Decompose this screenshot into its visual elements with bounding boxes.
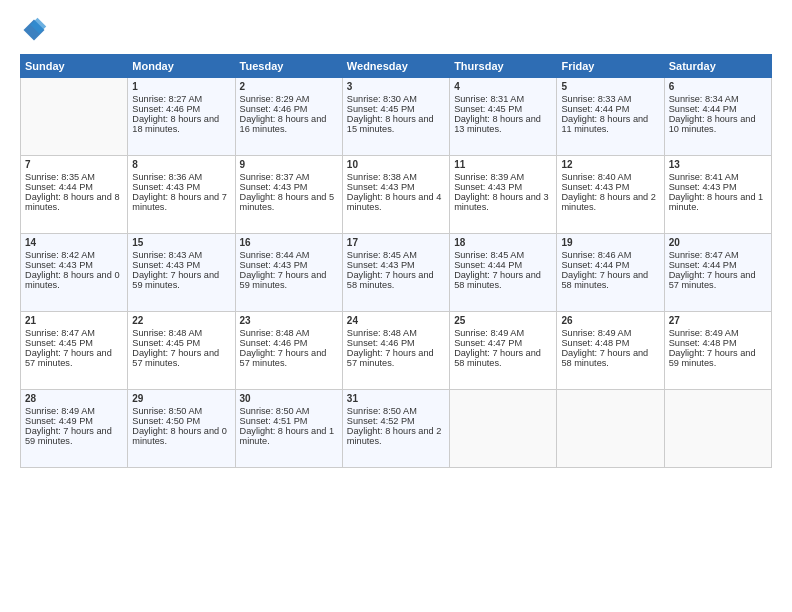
- cell-5-4: 31Sunrise: 8:50 AMSunset: 4:52 PMDayligh…: [342, 390, 449, 468]
- day-number: 2: [240, 81, 338, 92]
- cell-2-6: 12Sunrise: 8:40 AMSunset: 4:43 PMDayligh…: [557, 156, 664, 234]
- day-number: 4: [454, 81, 552, 92]
- day-number: 5: [561, 81, 659, 92]
- day-number: 20: [669, 237, 767, 248]
- col-header-monday: Monday: [128, 55, 235, 78]
- cell-1-2: 1Sunrise: 8:27 AMSunset: 4:46 PMDaylight…: [128, 78, 235, 156]
- day-number: 15: [132, 237, 230, 248]
- cell-3-4: 17Sunrise: 8:45 AMSunset: 4:43 PMDayligh…: [342, 234, 449, 312]
- cell-4-6: 26Sunrise: 8:49 AMSunset: 4:48 PMDayligh…: [557, 312, 664, 390]
- cell-4-3: 23Sunrise: 8:48 AMSunset: 4:46 PMDayligh…: [235, 312, 342, 390]
- cell-4-7: 27Sunrise: 8:49 AMSunset: 4:48 PMDayligh…: [664, 312, 771, 390]
- day-number: 31: [347, 393, 445, 404]
- day-number: 16: [240, 237, 338, 248]
- cell-3-1: 14Sunrise: 8:42 AMSunset: 4:43 PMDayligh…: [21, 234, 128, 312]
- day-number: 10: [347, 159, 445, 170]
- week-row-1: 1Sunrise: 8:27 AMSunset: 4:46 PMDaylight…: [21, 78, 772, 156]
- cell-4-4: 24Sunrise: 8:48 AMSunset: 4:46 PMDayligh…: [342, 312, 449, 390]
- calendar-page: SundayMondayTuesdayWednesdayThursdayFrid…: [0, 0, 792, 612]
- day-number: 28: [25, 393, 123, 404]
- logo-icon: [20, 16, 48, 44]
- col-header-friday: Friday: [557, 55, 664, 78]
- day-number: 9: [240, 159, 338, 170]
- day-number: 21: [25, 315, 123, 326]
- cell-2-4: 10Sunrise: 8:38 AMSunset: 4:43 PMDayligh…: [342, 156, 449, 234]
- col-header-thursday: Thursday: [450, 55, 557, 78]
- cell-1-7: 6Sunrise: 8:34 AMSunset: 4:44 PMDaylight…: [664, 78, 771, 156]
- day-number: 12: [561, 159, 659, 170]
- header: [20, 16, 772, 44]
- day-number: 17: [347, 237, 445, 248]
- cell-5-5: [450, 390, 557, 468]
- day-number: 11: [454, 159, 552, 170]
- cell-5-3: 30Sunrise: 8:50 AMSunset: 4:51 PMDayligh…: [235, 390, 342, 468]
- cell-2-5: 11Sunrise: 8:39 AMSunset: 4:43 PMDayligh…: [450, 156, 557, 234]
- week-row-3: 14Sunrise: 8:42 AMSunset: 4:43 PMDayligh…: [21, 234, 772, 312]
- cell-5-1: 28Sunrise: 8:49 AMSunset: 4:49 PMDayligh…: [21, 390, 128, 468]
- col-header-sunday: Sunday: [21, 55, 128, 78]
- day-number: 3: [347, 81, 445, 92]
- cell-3-3: 16Sunrise: 8:44 AMSunset: 4:43 PMDayligh…: [235, 234, 342, 312]
- cell-5-6: [557, 390, 664, 468]
- cell-3-7: 20Sunrise: 8:47 AMSunset: 4:44 PMDayligh…: [664, 234, 771, 312]
- col-header-wednesday: Wednesday: [342, 55, 449, 78]
- calendar-table: SundayMondayTuesdayWednesdayThursdayFrid…: [20, 54, 772, 468]
- cell-4-5: 25Sunrise: 8:49 AMSunset: 4:47 PMDayligh…: [450, 312, 557, 390]
- day-number: 6: [669, 81, 767, 92]
- day-number: 19: [561, 237, 659, 248]
- day-number: 23: [240, 315, 338, 326]
- day-number: 27: [669, 315, 767, 326]
- cell-2-2: 8Sunrise: 8:36 AMSunset: 4:43 PMDaylight…: [128, 156, 235, 234]
- cell-2-1: 7Sunrise: 8:35 AMSunset: 4:44 PMDaylight…: [21, 156, 128, 234]
- cell-3-6: 19Sunrise: 8:46 AMSunset: 4:44 PMDayligh…: [557, 234, 664, 312]
- logo: [20, 16, 52, 44]
- header-row: SundayMondayTuesdayWednesdayThursdayFrid…: [21, 55, 772, 78]
- day-number: 14: [25, 237, 123, 248]
- week-row-5: 28Sunrise: 8:49 AMSunset: 4:49 PMDayligh…: [21, 390, 772, 468]
- cell-4-2: 22Sunrise: 8:48 AMSunset: 4:45 PMDayligh…: [128, 312, 235, 390]
- day-number: 13: [669, 159, 767, 170]
- day-number: 26: [561, 315, 659, 326]
- col-header-saturday: Saturday: [664, 55, 771, 78]
- cell-2-3: 9Sunrise: 8:37 AMSunset: 4:43 PMDaylight…: [235, 156, 342, 234]
- cell-3-2: 15Sunrise: 8:43 AMSunset: 4:43 PMDayligh…: [128, 234, 235, 312]
- cell-1-3: 2Sunrise: 8:29 AMSunset: 4:46 PMDaylight…: [235, 78, 342, 156]
- cell-2-7: 13Sunrise: 8:41 AMSunset: 4:43 PMDayligh…: [664, 156, 771, 234]
- cell-1-1: [21, 78, 128, 156]
- day-number: 24: [347, 315, 445, 326]
- week-row-4: 21Sunrise: 8:47 AMSunset: 4:45 PMDayligh…: [21, 312, 772, 390]
- day-number: 22: [132, 315, 230, 326]
- cell-5-7: [664, 390, 771, 468]
- cell-1-4: 3Sunrise: 8:30 AMSunset: 4:45 PMDaylight…: [342, 78, 449, 156]
- day-number: 18: [454, 237, 552, 248]
- cell-4-1: 21Sunrise: 8:47 AMSunset: 4:45 PMDayligh…: [21, 312, 128, 390]
- col-header-tuesday: Tuesday: [235, 55, 342, 78]
- cell-5-2: 29Sunrise: 8:50 AMSunset: 4:50 PMDayligh…: [128, 390, 235, 468]
- week-row-2: 7Sunrise: 8:35 AMSunset: 4:44 PMDaylight…: [21, 156, 772, 234]
- day-number: 7: [25, 159, 123, 170]
- cell-3-5: 18Sunrise: 8:45 AMSunset: 4:44 PMDayligh…: [450, 234, 557, 312]
- day-number: 30: [240, 393, 338, 404]
- cell-1-5: 4Sunrise: 8:31 AMSunset: 4:45 PMDaylight…: [450, 78, 557, 156]
- day-number: 29: [132, 393, 230, 404]
- day-number: 8: [132, 159, 230, 170]
- cell-1-6: 5Sunrise: 8:33 AMSunset: 4:44 PMDaylight…: [557, 78, 664, 156]
- day-number: 25: [454, 315, 552, 326]
- day-number: 1: [132, 81, 230, 92]
